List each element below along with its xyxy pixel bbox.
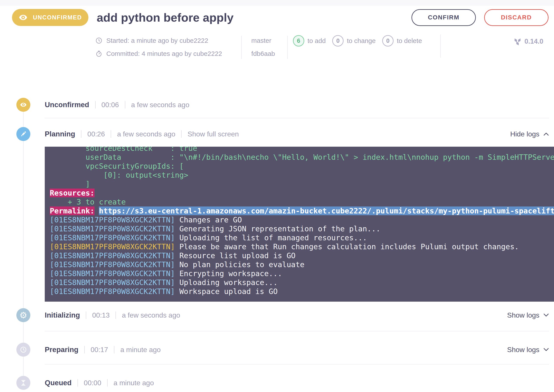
show-full-screen-link[interactable]: Show full screen: [188, 130, 239, 138]
stage-time-ago: a few seconds ago: [117, 130, 175, 138]
add-count: 6: [293, 35, 304, 47]
terminal-line: [01ES8NBM17PF8P0W8XGCK2KTTN] Resource li…: [50, 251, 554, 260]
terminal-line: userData : "\n#!/bin/bash\necho \"Hello,…: [50, 153, 554, 162]
stage-duration: 00:17: [91, 346, 108, 354]
chevron-down-icon: [543, 313, 549, 317]
initializing-stage-badge: ⚙: [16, 308, 30, 322]
queued-stage-badge: [16, 376, 30, 390]
branch-name: master: [251, 37, 275, 44]
divider: [84, 346, 85, 353]
committed-text: Committed: 4 minutes ago by cube2222: [106, 50, 222, 57]
divider: [107, 379, 108, 386]
terminal-line: [01ES8NBM17PF8P0W8XGCK2KTTN] Encrypting …: [50, 269, 554, 278]
hide-logs-label: Hide logs: [510, 130, 539, 138]
timeline-stage-initializing: ⚙ Initializing 00:13 a few seconds ago S…: [0, 308, 554, 322]
stage-duration: 00:06: [101, 101, 119, 109]
divider: [45, 118, 549, 118]
hide-logs-link[interactable]: Hide logs: [510, 130, 549, 138]
timeline-stage-unconfirmed: Unconfirmed 00:06 a few seconds ago: [0, 98, 554, 112]
timeline-stage-queued: Queued 00:00 a minute ago: [0, 376, 554, 390]
commit-sha: fdb6aab: [251, 50, 275, 58]
terminal-line: + 3 to create: [50, 197, 554, 206]
divider: [440, 35, 441, 58]
timeline-stage-planning: Planning 00:26 a few seconds ago Show fu…: [0, 127, 554, 302]
divider: [287, 36, 288, 59]
terminal-line: sourceDestCheck : true: [50, 147, 554, 153]
clock-icon: [20, 346, 27, 353]
run-timeline: Unconfirmed 00:06 a few seconds ago Plan…: [0, 98, 554, 390]
delete-count: 0: [382, 35, 393, 47]
stage-duration: 00:00: [84, 379, 101, 387]
clock-icon: [95, 37, 102, 44]
terminal-line: [0]: output<string>: [50, 171, 554, 180]
terminal-line: [01ES8NBM17PF8P0W8XGCK2KTTN] Please be a…: [50, 242, 554, 251]
stage-time-ago: a few seconds ago: [131, 101, 189, 109]
meta-branch: master fdb6aab: [251, 37, 275, 58]
eye-icon: [20, 101, 27, 108]
terminal-log-viewer[interactable]: sourceDestCheck : true userData : "\n#!/…: [45, 147, 554, 302]
stage-label: Initializing: [45, 311, 80, 319]
divider: [181, 130, 182, 138]
pencil-icon: [20, 131, 27, 138]
divider: [125, 101, 125, 108]
stage-duration: 00:26: [87, 130, 105, 138]
terraform-icon: [514, 38, 521, 45]
chevron-down-icon: [543, 348, 549, 352]
stage-time-ago: a minute ago: [120, 346, 161, 354]
change-label: to change: [347, 37, 376, 44]
divider: [45, 364, 549, 364]
run-meta: Started: a minute ago by cube2222 Commit…: [0, 26, 554, 59]
stage-time-ago: a few seconds ago: [122, 311, 180, 319]
gear-icon: ⚙: [19, 311, 27, 320]
terminal-line: [01ES8NBM17PF8P0W8XGCK2KTTN] Workspace u…: [50, 287, 554, 296]
terminal-log: sourceDestCheck : true userData : "\n#!/…: [50, 147, 554, 296]
show-logs-label: Show logs: [507, 346, 539, 354]
terminal-line: Permalink: https://s3.eu-central-1.amazo…: [50, 206, 554, 215]
stopwatch-icon: [95, 50, 102, 57]
change-count: 0: [332, 35, 344, 47]
terminal-line: [01ES8NBM17PF8P0W8XGCK2KTTN] Uploading t…: [50, 233, 554, 242]
hourglass-icon: [20, 379, 27, 386]
timeline-stage-preparing: Preparing 00:17 a minute ago Show logs: [0, 343, 554, 357]
divider: [81, 130, 81, 138]
divider: [111, 130, 111, 138]
stage-time-ago: a minute ago: [113, 379, 154, 387]
status-badge: UNCONFIRMED: [12, 9, 88, 26]
meta-times: Started: a minute ago by cube2222 Commit…: [95, 37, 222, 58]
version-text: 0.14.0: [525, 38, 543, 45]
stage-label: Queued: [45, 379, 72, 387]
page-title: add python before apply: [97, 11, 234, 24]
show-logs-link[interactable]: Show logs: [507, 311, 549, 319]
divider: [77, 379, 78, 386]
change-summary: 6 to add 0 to change 0 to delete: [293, 35, 422, 47]
discard-button[interactable]: DISCARD: [484, 9, 548, 26]
divider: [45, 331, 549, 331]
planning-stage-badge: [16, 127, 30, 141]
divider: [95, 101, 96, 108]
terminal-line: ]: [50, 180, 554, 189]
terminal-line: [01ES8NBM17PF8P0W8XGCK2KTTN] Uploading w…: [50, 278, 554, 287]
to-change-badge: 0 to change: [332, 35, 376, 47]
stage-label: Planning: [45, 130, 75, 138]
stage-label: Preparing: [45, 345, 78, 354]
to-add-badge: 6 to add: [293, 35, 326, 47]
divider: [241, 36, 242, 59]
stage-duration: 00:13: [92, 311, 110, 319]
started-text: Started: a minute ago by cube2222: [106, 37, 208, 44]
add-label: to add: [308, 37, 326, 44]
terminal-line: [01ES8NBM17PF8P0W8XGCK2KTTN] No plan pol…: [50, 260, 554, 269]
show-logs-label: Show logs: [507, 311, 539, 319]
confirm-button[interactable]: CONFIRM: [412, 9, 476, 26]
delete-label: to delete: [397, 37, 422, 44]
terminal-line: [01ES8NBM17PF8P0W8XGCK2KTTN] Changes are…: [50, 215, 554, 224]
chevron-up-icon: [543, 132, 549, 136]
top-strip: [0, 0, 554, 6]
show-logs-link[interactable]: Show logs: [507, 346, 549, 354]
to-delete-badge: 0 to delete: [382, 35, 422, 47]
preparing-stage-badge: [16, 343, 30, 357]
unconfirmed-stage-badge: [16, 98, 30, 112]
status-badge-label: UNCONFIRMED: [33, 14, 82, 21]
terminal-line: vpcSecurityGroupIds: [: [50, 162, 554, 171]
started-line: Started: a minute ago by cube2222: [95, 37, 222, 44]
terminal-line: [01ES8NBM17PF8P0W8XGCK2KTTN] Generating …: [50, 224, 554, 233]
